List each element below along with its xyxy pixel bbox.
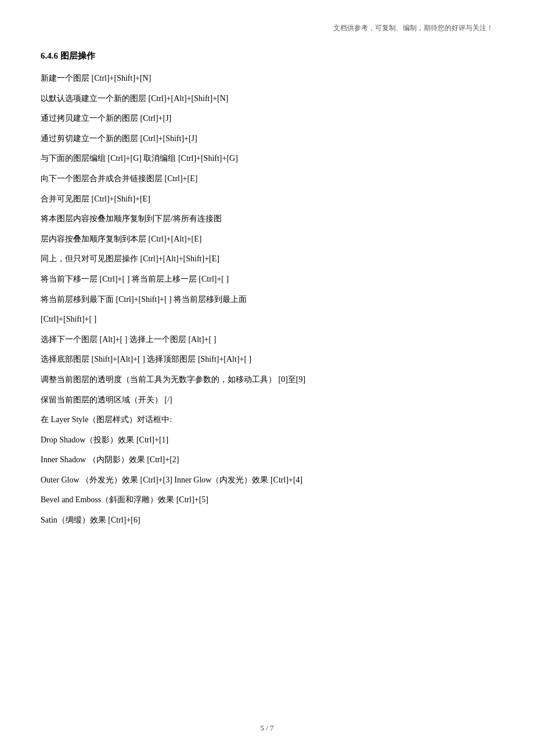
page-container: 文档供参考，可复制、编制，期待您的好评与关注！ 6.4.6 图层操作 新建一个图… bbox=[0, 0, 534, 756]
content-line-line16: 调整当前图层的透明度（当前工具为无数字参数的，如移动工具） [0]至[9] bbox=[41, 372, 493, 388]
content-line-line11: 将当前下移一层 [Ctrl]+[ ] 将当前层上移一层 [Ctrl]+[ ] bbox=[41, 272, 493, 287]
section-title: 6.4.6 图层操作 bbox=[41, 51, 493, 62]
content-line-line17: 保留当前图层的透明区域（开关） [/] bbox=[41, 393, 493, 408]
content-line-line13: [Ctrl]+[Shift]+[ ] bbox=[41, 312, 493, 327]
content-line-line5: 与下面的图层编组 [Ctrl]+[G] 取消编组 [Ctrl]+[Shift]+… bbox=[41, 151, 493, 167]
content-line-line7: 合并可见图层 [Ctrl]+[Shift]+[E] bbox=[41, 192, 493, 207]
content-line-line12: 将当前层移到最下面 [Ctrl]+[Shift]+[ ] 将当前层移到最上面 bbox=[41, 292, 493, 308]
content-line-line14: 选择下一个图层 [Alt]+[ ] 选择上一个图层 [Alt]+[ ] bbox=[41, 332, 493, 348]
content-line-line18: 在 Layer Style（图层样式）对话框中: bbox=[41, 412, 493, 428]
content-line-line22: Bevel and Emboss（斜面和浮雕）效果 [Ctrl]+[5] bbox=[41, 492, 493, 508]
content-line-line19: Drop Shadow（投影）效果 [Ctrl]+[1] bbox=[41, 433, 493, 448]
content-line-line6: 向下一个图层合并或合并链接图层 [Ctrl]+[E] bbox=[41, 171, 493, 187]
content-line-line10: 同上，但只对可见图层操作 [Ctrl]+[Alt]+[Shift]+[E] bbox=[41, 251, 493, 267]
content-line-line23: Satin（绸缎）效果 [Ctrl]+[6] bbox=[41, 513, 493, 528]
content-line-line1: 新建一个图层 [Ctrl]+[Shift]+[N] bbox=[41, 71, 493, 87]
content-line-line9: 层内容按叠加顺序复制到本层 [Ctrl]+[Alt]+[E] bbox=[41, 232, 493, 247]
content-line-line2: 以默认选项建立一个新的图层 [Ctrl]+[Alt]+[Shift]+[N] bbox=[41, 91, 493, 107]
footer-pagination: 5 / 7 bbox=[0, 723, 534, 733]
content-line-line8: 将本图层内容按叠加顺序复制到下层/将所有连接图 bbox=[41, 211, 493, 227]
content-line-line4: 通过剪切建立一个新的图层 [Ctrl]+[Shift]+[J] bbox=[41, 131, 493, 147]
content-line-line21: Outer Glow （外发光）效果 [Ctrl]+[3] Inner Glow… bbox=[41, 473, 493, 488]
content-line-line20: Inner Shadow （内阴影）效果 [Ctrl]+[2] bbox=[41, 452, 493, 468]
content-line-line3: 通过拷贝建立一个新的图层 [Ctrl]+[J] bbox=[41, 111, 493, 127]
header-note: 文档供参考，可复制、编制，期待您的好评与关注！ bbox=[41, 23, 493, 33]
content-line-line15: 选择底部图层 [Shift]+[Alt]+[ ] 选择顶部图层 [Shift]+… bbox=[41, 352, 493, 368]
content-area: 新建一个图层 [Ctrl]+[Shift]+[N]以默认选项建立一个新的图层 [… bbox=[41, 71, 493, 528]
